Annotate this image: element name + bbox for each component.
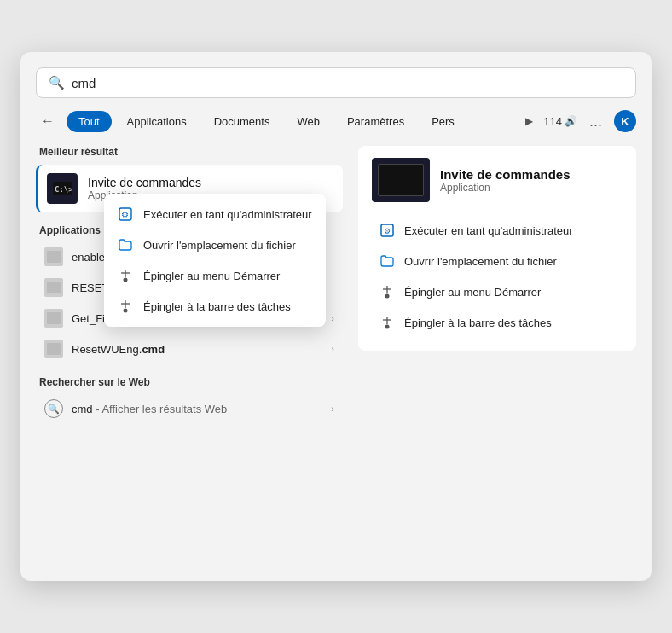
svg-text:⚙: ⚙ bbox=[384, 227, 391, 235]
rp-action-label-3: Épingler au menu Démarrer bbox=[404, 286, 541, 299]
app-item-name-4: ResetWUEng.cmd bbox=[72, 343, 165, 356]
web-search-item[interactable]: 🔍 cmd - Afficher les résultats Web › bbox=[36, 393, 343, 424]
svg-text:⚙: ⚙ bbox=[121, 210, 129, 219]
tab-parametres[interactable]: Paramètres bbox=[335, 111, 416, 132]
svg-rect-4 bbox=[47, 312, 61, 324]
ctx-label-1: Exécuter en tant qu'administrateur bbox=[143, 208, 312, 221]
cmd-icon: C:\>_ bbox=[47, 173, 78, 204]
svg-text:C:\>_: C:\>_ bbox=[55, 185, 72, 194]
tab-web[interactable]: Web bbox=[285, 111, 332, 132]
app-item-arrow-3: › bbox=[331, 313, 334, 323]
right-panel-content: Invite de commandes Application ⚙ Exécut… bbox=[358, 146, 636, 351]
result-count: 114 🔊 bbox=[543, 115, 577, 128]
ctx-run-admin-icon: ⚙ bbox=[118, 206, 133, 222]
svg-point-17 bbox=[124, 278, 128, 282]
pin-taskbar-icon-1 bbox=[379, 314, 396, 331]
ctx-pin-start-icon bbox=[118, 268, 133, 283]
search-input[interactable] bbox=[72, 76, 623, 90]
ctx-pin-start[interactable]: Épingler au menu Démarrer bbox=[104, 260, 326, 291]
ctx-label-4: Épingler à la barre des tâches bbox=[143, 300, 291, 313]
tab-applications[interactable]: Applications bbox=[115, 111, 199, 132]
svg-point-20 bbox=[124, 309, 128, 313]
back-button[interactable]: ← bbox=[36, 110, 60, 132]
rp-app-title: Invite de commandes bbox=[440, 167, 571, 182]
search-bar: 🔍 bbox=[36, 67, 636, 98]
best-result-title: Invite de commandes bbox=[88, 176, 201, 189]
ctx-label-2: Ouvrir l'emplacement du fichier bbox=[143, 239, 296, 252]
tab-documents[interactable]: Documents bbox=[202, 111, 282, 132]
rp-action-run-admin[interactable]: ⚙ Exécuter en tant qu'administrateur bbox=[372, 216, 623, 245]
rp-action-pin-taskbar[interactable]: Épingler à la barre des tâches bbox=[372, 308, 623, 337]
svg-point-12 bbox=[385, 325, 390, 329]
folder-icon-1 bbox=[379, 253, 396, 270]
rp-thumbnail bbox=[372, 158, 430, 202]
tabs-more: ▶ 114 🔊 ... K bbox=[522, 110, 636, 132]
svg-rect-3 bbox=[47, 282, 61, 293]
ctx-label-3: Épingler au menu Démarrer bbox=[143, 270, 280, 282]
best-result-label: Meilleur résultat bbox=[36, 146, 343, 158]
app-icon-1 bbox=[44, 247, 63, 266]
pin-start-icon-1 bbox=[379, 283, 396, 300]
ctx-pin-taskbar[interactable]: Épingler à la barre des tâches bbox=[104, 291, 326, 322]
run-admin-icon: ⚙ bbox=[379, 222, 396, 239]
ellipsis-button[interactable]: ... bbox=[584, 111, 607, 132]
search-icon: 🔍 bbox=[49, 75, 65, 90]
user-avatar[interactable]: K bbox=[614, 110, 636, 132]
svg-rect-2 bbox=[47, 251, 61, 263]
tab-pers[interactable]: Pers bbox=[420, 111, 466, 132]
context-menu: ⚙ Exécuter en tant qu'administrateur Ouv… bbox=[104, 194, 326, 327]
rp-action-open-location[interactable]: Ouvrir l'emplacement du fichier bbox=[372, 247, 623, 276]
web-section: Rechercher sur le Web 🔍 cmd - Afficher l… bbox=[36, 376, 343, 424]
rp-app-header: Invite de commandes Application bbox=[372, 158, 623, 202]
right-panel: Invite de commandes Application ⚙ Exécut… bbox=[343, 146, 636, 424]
search-panel: 🔍 ← Tout Applications Documents Web Para… bbox=[20, 52, 652, 581]
svg-rect-5 bbox=[47, 343, 61, 355]
svg-point-9 bbox=[385, 294, 390, 299]
rp-thumbnail-inner bbox=[378, 164, 424, 196]
app-icon-3 bbox=[44, 309, 63, 328]
ctx-open-location[interactable]: Ouvrir l'emplacement du fichier bbox=[104, 229, 326, 260]
tabs-row: ← Tout Applications Documents Web Paramè… bbox=[36, 110, 636, 132]
app-icon-2 bbox=[44, 278, 63, 297]
ctx-pin-taskbar-icon bbox=[118, 299, 133, 314]
rp-app-subtitle: Application bbox=[440, 182, 571, 194]
web-search-icon: 🔍 bbox=[44, 399, 63, 418]
main-content: Meilleur résultat C:\>_ Invite de comman… bbox=[36, 146, 636, 424]
tab-tout[interactable]: Tout bbox=[67, 111, 112, 132]
app-item-4[interactable]: ResetWUEng.cmd › bbox=[36, 334, 343, 364]
more-tabs-button[interactable]: ▶ bbox=[522, 113, 536, 129]
web-section-label: Rechercher sur le Web bbox=[36, 376, 343, 388]
rp-app-info: Invite de commandes Application bbox=[440, 167, 571, 194]
rp-action-label-1: Exécuter en tant qu'administrateur bbox=[404, 224, 573, 237]
rp-actions: ⚙ Exécuter en tant qu'administrateur Ouv… bbox=[372, 216, 623, 337]
rp-action-label-2: Ouvrir l'emplacement du fichier bbox=[404, 255, 557, 268]
ctx-run-admin[interactable]: ⚙ Exécuter en tant qu'administrateur bbox=[104, 199, 326, 229]
rp-action-pin-start[interactable]: Épingler au menu Démarrer bbox=[372, 277, 623, 306]
ctx-folder-icon bbox=[118, 237, 133, 253]
rp-action-label-4: Épingler à la barre des tâches bbox=[404, 316, 552, 329]
web-search-suffix: - Afficher les résultats Web bbox=[93, 403, 228, 415]
app-icon-4 bbox=[44, 340, 63, 358]
app-item-arrow-4: › bbox=[331, 344, 334, 354]
web-item-arrow: › bbox=[331, 404, 334, 414]
web-search-text: cmd - Afficher les résultats Web bbox=[72, 403, 227, 415]
